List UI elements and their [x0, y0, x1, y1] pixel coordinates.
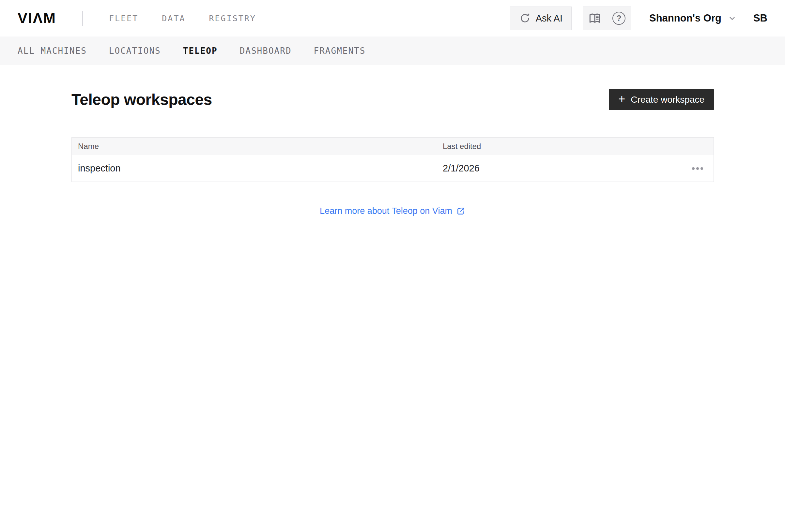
primary-nav: FLEET DATA REGISTRY	[109, 14, 256, 23]
documentation-button[interactable]	[583, 7, 607, 30]
user-avatar[interactable]: SB	[753, 12, 767, 24]
viam-logo[interactable]: VIΛM	[18, 10, 56, 27]
plus-icon: +	[618, 93, 625, 105]
title-row: Teleop workspaces + Create workspace	[72, 89, 714, 110]
help-circle-icon: ?	[612, 12, 626, 25]
ellipsis-icon	[692, 167, 694, 170]
help-button-group: ?	[583, 6, 631, 30]
external-link-icon	[456, 206, 465, 216]
column-header-last-edited: Last edited	[443, 142, 682, 151]
org-switcher[interactable]: Shannon's Org	[649, 12, 736, 24]
ask-ai-button[interactable]: Ask AI	[510, 6, 572, 30]
fleet-subnav: ALL MACHINES LOCATIONS TELEOP DASHBOARD …	[0, 36, 785, 65]
page-title: Teleop workspaces	[72, 90, 212, 109]
subnav-item-dashboard[interactable]: DASHBOARD	[240, 46, 292, 56]
row-actions-menu-button[interactable]	[691, 165, 704, 172]
workspace-name-cell: inspection	[72, 163, 443, 174]
logo-divider	[82, 11, 83, 26]
workspace-last-edited-cell: 2/1/2026	[443, 163, 682, 174]
nav-item-registry[interactable]: REGISTRY	[209, 14, 256, 23]
help-button[interactable]: ?	[607, 7, 631, 30]
chevron-down-icon	[728, 14, 736, 23]
table-row-inspection[interactable]: inspection 2/1/2026	[72, 155, 713, 182]
nav-item-data[interactable]: DATA	[162, 14, 185, 23]
sparkle-refresh-icon	[519, 12, 531, 24]
nav-item-fleet[interactable]: FLEET	[109, 14, 138, 23]
learn-more-row: Learn more about Teleop on Viam	[72, 206, 714, 216]
workspace-actions-cell	[682, 165, 713, 172]
subnav-item-teleop[interactable]: TELEOP	[183, 46, 218, 56]
learn-more-label: Learn more about Teleop on Viam	[320, 206, 452, 216]
column-header-name: Name	[72, 142, 443, 151]
table-header-row: Name Last edited	[72, 138, 713, 155]
teleop-workspaces-page: Teleop workspaces + Create workspace Nam…	[0, 89, 785, 216]
top-navigation-bar: VIΛM FLEET DATA REGISTRY Ask AI	[0, 0, 785, 36]
subnav-item-fragments[interactable]: FRAGMENTS	[314, 46, 366, 56]
create-workspace-label: Create workspace	[631, 95, 704, 105]
learn-more-link[interactable]: Learn more about Teleop on Viam	[320, 206, 465, 216]
org-name: Shannon's Org	[649, 12, 721, 24]
book-icon	[588, 12, 602, 25]
subnav-item-locations[interactable]: LOCATIONS	[109, 46, 161, 56]
workspaces-table: Name Last edited inspection 2/1/2026	[72, 137, 714, 182]
topbar-right-group: Ask AI ? Shannon's Org	[510, 6, 767, 30]
subnav-item-all-machines[interactable]: ALL MACHINES	[18, 46, 87, 56]
create-workspace-button[interactable]: + Create workspace	[609, 89, 714, 110]
ask-ai-label: Ask AI	[536, 13, 562, 24]
